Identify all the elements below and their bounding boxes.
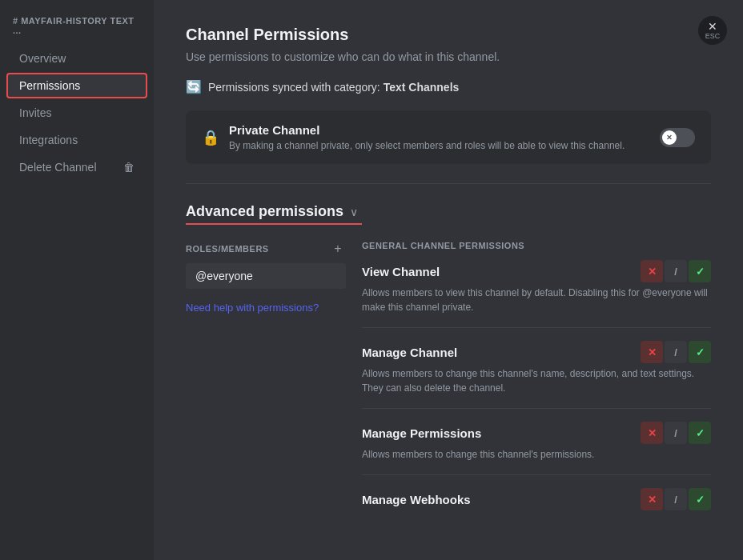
section-divider [186,183,711,184]
perm-view-channel-name: View Channel [362,265,440,278]
toggle-knob: ✕ [662,130,677,145]
delete-channel-label: Delete Channel [19,161,97,174]
perms-section-label: GENERAL CHANNEL PERMISSIONS [362,241,711,250]
perm-manage-permissions-desc: Allows members to change this channel's … [362,447,711,462]
sync-notice: 🔄 Permissions synced with category: Text… [186,79,711,94]
perm-manage-permissions-buttons: ✕ / ✓ [641,422,711,444]
perm-allow-button[interactable]: ✓ [689,488,711,510]
roles-column: ROLES/MEMBERS + @everyone Need help with… [186,241,346,539]
sidebar-item-permissions[interactable]: Permissions [6,73,147,98]
sidebar-item-invites[interactable]: Invites [6,100,147,126]
toggle-x-icon: ✕ [666,134,673,142]
perm-allow-button[interactable]: ✓ [689,260,711,282]
sidebar: # mayfair-history TEXT ... Overview Perm… [0,0,154,560]
perm-manage-permissions-row: Manage Permissions ✕ / ✓ [362,422,711,444]
trash-icon: 🗑 [123,161,135,174]
private-channel-toggle[interactable]: ✕ [660,128,695,147]
roles-label: ROLES/MEMBERS [186,244,269,254]
sync-text: Permissions synced with category: Text C… [208,81,459,94]
esc-label: ESC [705,33,721,40]
sidebar-channel-name: # mayfair-history TEXT ... [0,10,154,45]
esc-button[interactable]: ✕ ESC [698,16,727,45]
page-subtitle: Use permissions to customize who can do … [186,50,711,63]
private-channel-desc: By making a channel private, only select… [229,140,650,151]
advanced-permissions-title: Advanced permissions [186,203,343,220]
perm-allow-button[interactable]: ✓ [689,341,711,363]
lock-icon: 🔒 [202,129,219,146]
sync-icon: 🔄 [186,79,202,94]
perm-deny-button[interactable]: ✕ [641,488,663,510]
perm-neutral-button[interactable]: / [665,488,687,510]
page-title: Channel Permissions [186,26,711,44]
sidebar-item-integrations[interactable]: Integrations [6,127,147,153]
perm-manage-webhooks-name: Manage Webhooks [362,493,471,506]
help-link[interactable]: Need help with permissions? [186,302,346,314]
perms-column: GENERAL CHANNEL PERMISSIONS View Channel… [362,241,711,539]
perm-manage-webhooks: Manage Webhooks ✕ / ✓ [362,488,711,526]
perm-neutral-button[interactable]: / [665,341,687,363]
advanced-permissions-underline [186,223,362,225]
perm-manage-channel: Manage Channel ✕ / ✓ Allows members to c… [362,341,711,409]
main-content: ✕ ESC Channel Permissions Use permission… [154,0,743,560]
perm-view-channel-buttons: ✕ / ✓ [641,260,711,282]
permissions-layout: ROLES/MEMBERS + @everyone Need help with… [186,241,711,539]
private-channel-toggle-wrap[interactable]: ✕ [660,128,695,147]
perm-neutral-button[interactable]: / [665,260,687,282]
perm-manage-channel-desc: Allows members to change this channel's … [362,366,711,395]
perm-manage-channel-buttons: ✕ / ✓ [641,341,711,363]
perm-view-channel: View Channel ✕ / ✓ Allows members to vie… [362,260,711,328]
perm-allow-button[interactable]: ✓ [689,422,711,444]
perm-deny-button[interactable]: ✕ [641,260,663,282]
sync-channel-name: Text Channels [384,81,460,94]
perm-manage-permissions: Manage Permissions ✕ / ✓ Allows members … [362,422,711,475]
perm-deny-button[interactable]: ✕ [641,341,663,363]
perm-deny-button[interactable]: ✕ [641,422,663,444]
perm-view-channel-desc: Allows members to view this channel by d… [362,286,711,314]
perm-manage-webhooks-row: Manage Webhooks ✕ / ✓ [362,488,711,510]
perm-manage-permissions-name: Manage Permissions [362,426,481,440]
perm-view-channel-row: View Channel ✕ / ✓ [362,260,711,282]
sidebar-item-delete-channel[interactable]: Delete Channel 🗑 [6,154,147,180]
private-channel-info: Private Channel By making a channel priv… [229,123,650,151]
perm-neutral-button[interactable]: / [665,422,687,444]
perm-manage-webhooks-buttons: ✕ / ✓ [641,488,711,510]
roles-header: ROLES/MEMBERS + [186,241,346,257]
role-item-everyone[interactable]: @everyone [186,263,346,289]
private-channel-card: 🔒 Private Channel By making a channel pr… [186,110,711,164]
private-channel-title: Private Channel [229,123,650,137]
chevron-down-icon: ∨ [350,206,358,218]
sidebar-item-overview[interactable]: Overview [6,46,147,71]
add-role-button[interactable]: + [330,241,346,257]
close-icon: ✕ [708,21,717,32]
perm-manage-channel-name: Manage Channel [362,346,457,359]
perm-manage-channel-row: Manage Channel ✕ / ✓ [362,341,711,363]
advanced-permissions-header[interactable]: Advanced permissions ∨ [186,203,711,220]
